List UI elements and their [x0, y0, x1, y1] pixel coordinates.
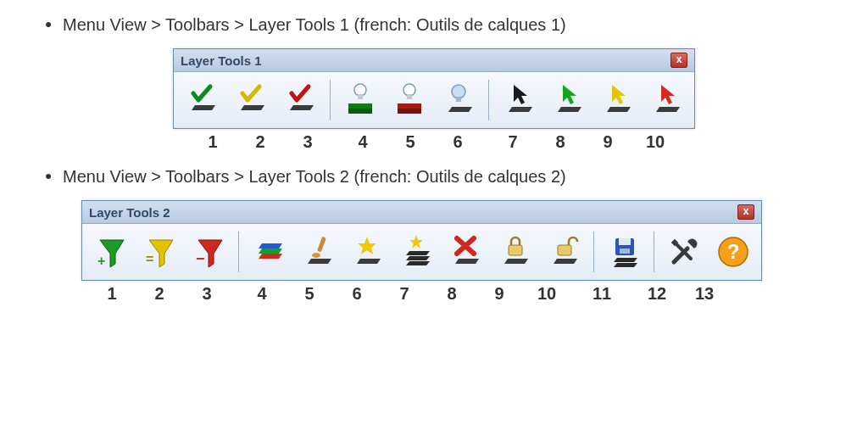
- number-label: 9: [584, 132, 632, 152]
- separator: [330, 80, 331, 120]
- svg-marker-16: [558, 107, 581, 112]
- toolbar1-title: Layer Tools 1: [181, 53, 262, 68]
- svg-marker-43: [554, 259, 577, 264]
- svg-marker-31: [308, 259, 331, 264]
- number-label: 5: [387, 132, 434, 152]
- close-button[interactable]: x: [737, 204, 754, 220]
- number-label: 12: [633, 284, 681, 304]
- svg-marker-17: [563, 85, 576, 104]
- delete-layer-icon[interactable]: [442, 229, 488, 275]
- svg-marker-2: [290, 105, 314, 110]
- svg-point-33: [312, 253, 320, 258]
- svg-rect-4: [348, 109, 372, 114]
- svg-marker-18: [607, 107, 631, 112]
- toolbar2-wrap: Layer Tools 2 x + =: [34, 200, 834, 304]
- spark-new-layer-icon[interactable]: [344, 229, 390, 275]
- number-label: 6: [434, 132, 481, 152]
- svg-rect-10: [407, 94, 412, 99]
- number-label: 10: [632, 132, 679, 152]
- svg-marker-19: [612, 85, 626, 104]
- svg-rect-7: [398, 103, 421, 109]
- svg-rect-32: [317, 237, 326, 253]
- tools-settings-icon[interactable]: [661, 229, 707, 275]
- lock-layer-icon[interactable]: [492, 229, 537, 275]
- spark-stack-layers-icon[interactable]: [393, 229, 439, 275]
- brush-layer-icon[interactable]: [295, 229, 341, 275]
- check-red-layer-icon[interactable]: [277, 77, 323, 123]
- svg-rect-44: [558, 245, 571, 255]
- cursor-yellow-layer-icon[interactable]: [594, 77, 640, 123]
- bullet-item-1: • Menu View > Toolbars > Layer Tools 1 (…: [34, 15, 834, 35]
- funnel-green-plus-icon[interactable]: +: [87, 229, 133, 275]
- page: • Menu View > Toolbars > Layer Tools 1 (…: [0, 0, 868, 327]
- svg-point-9: [403, 84, 415, 96]
- number-label: 8: [428, 284, 476, 304]
- toolbar-layer-tools-2: Layer Tools 2 x + =: [81, 200, 762, 281]
- svg-marker-39: [409, 235, 423, 249]
- separator: [238, 232, 239, 272]
- check-green-layer-icon[interactable]: [179, 77, 225, 123]
- svg-marker-41: [504, 259, 528, 264]
- svg-marker-0: [192, 105, 215, 110]
- toolbar2-title: Layer Tools 2: [89, 205, 170, 220]
- svg-text:?: ?: [727, 240, 740, 263]
- bullet-item-2: • Menu View > Toolbars > Layer Tools 2 (…: [34, 167, 834, 187]
- save-layers-icon[interactable]: [601, 229, 647, 275]
- number-label: 9: [476, 284, 523, 304]
- bulb-off-layer-icon[interactable]: [436, 77, 481, 123]
- bullet-dot: •: [34, 167, 63, 186]
- svg-marker-11: [448, 107, 472, 112]
- svg-point-12: [452, 85, 465, 98]
- svg-marker-34: [357, 259, 381, 264]
- svg-rect-48: [619, 238, 631, 245]
- number-label: 7: [489, 132, 537, 152]
- svg-marker-21: [661, 85, 675, 104]
- funnel-red-minus-icon[interactable]: −: [186, 229, 231, 275]
- number-label: 8: [537, 132, 584, 152]
- number-label: 1: [88, 284, 136, 304]
- rgb-layers-icon[interactable]: [246, 229, 292, 275]
- svg-rect-49: [620, 249, 630, 254]
- bullet-text-2: Menu View > Toolbars > Layer Tools 2 (fr…: [63, 167, 834, 187]
- svg-marker-15: [514, 85, 527, 104]
- cursor-green-layer-icon[interactable]: [545, 77, 591, 123]
- number-label: 1: [189, 132, 236, 152]
- svg-marker-38: [406, 251, 430, 255]
- toolbar2-titlebar: Layer Tools 2 x: [82, 201, 761, 224]
- number-label: 4: [238, 284, 286, 304]
- svg-text:−: −: [196, 250, 205, 267]
- svg-marker-30: [259, 243, 282, 249]
- unlock-layer-icon[interactable]: [541, 229, 587, 275]
- bullet-dot: •: [34, 15, 63, 34]
- bullet-text-1: Menu View > Toolbars > Layer Tools 1 (fr…: [63, 15, 834, 35]
- help-icon[interactable]: ?: [710, 229, 756, 275]
- svg-point-5: [354, 84, 366, 96]
- svg-marker-1: [241, 105, 264, 110]
- check-yellow-layer-icon[interactable]: [228, 77, 274, 123]
- toolbar1-numbers: 1 2 3 4 5 6 7 8 9 10: [34, 132, 834, 152]
- svg-text:=: =: [146, 252, 153, 266]
- bulb-green-layer-icon[interactable]: [337, 77, 383, 123]
- svg-text:+: +: [97, 254, 105, 268]
- svg-rect-42: [509, 245, 522, 255]
- svg-marker-37: [406, 256, 430, 260]
- toolbar1-titlebar: Layer Tools 1 x: [174, 49, 694, 72]
- funnel-yellow-equals-icon[interactable]: =: [136, 229, 182, 275]
- toolbar-layer-tools-1: Layer Tools 1 x: [173, 48, 695, 129]
- svg-rect-3: [348, 103, 372, 109]
- cursor-red-layer-icon[interactable]: [643, 77, 689, 123]
- close-button[interactable]: x: [670, 53, 687, 68]
- separator: [654, 232, 654, 272]
- number-label: 2: [136, 284, 183, 304]
- svg-marker-36: [406, 261, 430, 265]
- svg-rect-8: [398, 109, 421, 114]
- svg-marker-45: [614, 263, 637, 267]
- number-label: 3: [183, 284, 231, 304]
- svg-rect-13: [456, 97, 461, 102]
- number-label: 4: [339, 132, 387, 152]
- number-label: 7: [381, 284, 428, 304]
- bulb-red-layer-icon[interactable]: [387, 77, 432, 123]
- number-label: 2: [236, 132, 284, 152]
- cursor-black-layer-icon[interactable]: [496, 77, 542, 123]
- number-label: 11: [578, 284, 626, 304]
